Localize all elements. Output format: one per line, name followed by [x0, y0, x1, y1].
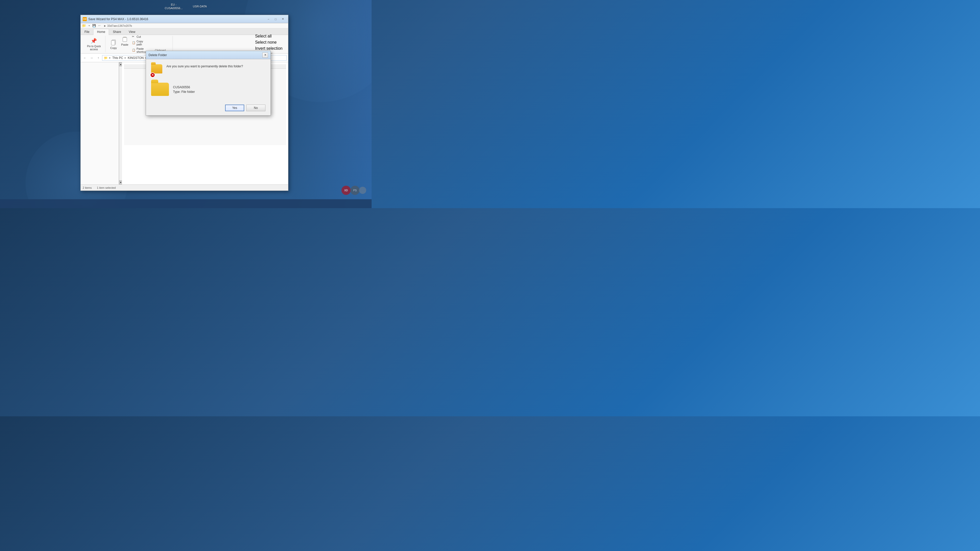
no-button[interactable]: No — [246, 105, 266, 111]
taskbar-eu-item[interactable]: EU - CUSA00556... — [165, 3, 183, 10]
dialog-message-row: ✕ Are you sure you want to permanently d… — [151, 64, 266, 76]
folder-info-area: CUSA00556 Type: File folder — [151, 81, 266, 100]
taskbar-bottom[interactable] — [0, 199, 372, 208]
folder-info-text: CUSA00556 Type: File folder — [173, 86, 195, 95]
dialog-icon-area: ✕ — [151, 64, 163, 76]
folder-icon — [151, 64, 162, 73]
svg-text:XD: XD — [344, 189, 348, 192]
taskbar-usr-item[interactable]: USR-DATA — [193, 5, 207, 8]
dialog-title: Delete Folder — [148, 53, 262, 57]
yes-button[interactable]: Yes — [225, 105, 244, 111]
top-taskbar: EU - CUSA00556... USR-DATA — [0, 0, 372, 13]
file-explorer-window: SW Save Wizard for PS4 MAX - 1.0.6510.36… — [80, 15, 288, 191]
folder-shape — [151, 83, 169, 96]
delete-x-icon: ✕ — [150, 73, 155, 78]
svg-point-8 — [359, 187, 366, 194]
folder-type: Type: File folder — [173, 90, 195, 94]
dialog-title-bar: Delete Folder ✕ — [146, 51, 270, 59]
folder-display-icon — [151, 83, 169, 97]
xdg-overlay: XD PS — [339, 183, 369, 198]
dialog-buttons: Yes No — [151, 103, 266, 111]
folder-name: CUSA00556 — [173, 86, 195, 89]
dialog-overlay: Delete Folder ✕ ✕ Are you sure you want … — [81, 15, 288, 191]
svg-text:PS: PS — [353, 189, 357, 192]
dialog-close-button[interactable]: ✕ — [262, 52, 268, 58]
dialog-content: ✕ Are you sure you want to permanently d… — [146, 59, 270, 115]
dialog-message-text: Are you sure you want to permanently del… — [166, 64, 243, 68]
delete-folder-dialog: Delete Folder ✕ ✕ Are you sure you want … — [146, 51, 271, 116]
